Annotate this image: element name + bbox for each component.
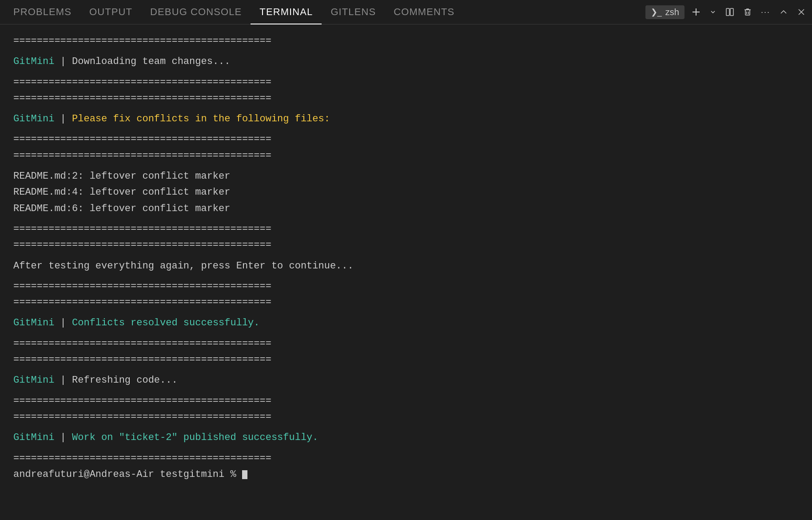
terminal-line: README.md:2: leftover conflict marker [13,168,799,184]
terminal-line: ========================================… [13,279,799,295]
terminal-line: After testing everything again, press En… [13,258,799,274]
gitmini-label: GitMini [13,113,54,124]
terminal-line: GitMini | Conflicts resolved successfull… [13,315,799,331]
trash-icon [743,8,752,16]
gitmini-label: GitMini [13,432,54,443]
terminal-line: ========================================… [13,91,799,107]
chevron-down-icon [709,8,716,16]
more-actions-button[interactable]: ··· [759,6,772,19]
svg-rect-2 [726,8,729,16]
delete-terminal-button[interactable] [741,6,754,18]
terminal-line [13,332,799,336]
terminal-line: ========================================… [13,237,799,253]
gitmini-label: GitMini [13,375,54,386]
terminal-label: ❯_ zsh [645,5,685,19]
tab-debug-console[interactable]: DEBUG CONSOLE [141,0,251,24]
terminal-line: GitMini | Refreshing code... [13,372,799,388]
terminal-line: GitMini | Please fix conflicts in the fo… [13,111,799,127]
close-panel-button[interactable] [795,6,808,18]
cursor [242,470,247,479]
separator-text: | [54,432,72,443]
tab-terminal[interactable]: TERMINAL [251,0,322,24]
prompt-line: andreafuturi@Andreas-Air testgitmini % [13,467,799,483]
warning-message: Please fix conflicts in the following fi… [72,113,330,124]
terminal-line [13,70,799,75]
maximize-panel-button[interactable] [777,6,790,18]
terminal-line: ========================================… [13,75,799,91]
tab-problems[interactable]: PROBLEMS [4,0,80,24]
terminal-dropdown-button[interactable] [708,7,718,17]
split-terminal-button[interactable] [724,6,736,18]
separator-text: | [54,317,72,328]
terminal-line: README.md:4: leftover conflict marker [13,184,799,200]
terminal-content[interactable]: ========================================… [0,24,812,520]
terminal-line [13,127,799,132]
tab-gitlens[interactable]: GITLENS [322,0,385,24]
ellipsis-icon: ··· [761,8,770,17]
terminal-line: ========================================… [13,451,799,467]
terminal-line [13,311,799,315]
terminal-line: GitMini | Work on "ticket-2" published s… [13,430,799,446]
separator-text: | [54,56,72,67]
tab-output[interactable]: OUTPUT [80,0,141,24]
terminal-line [13,107,799,111]
tab-actions: ❯_ zsh [645,5,808,19]
terminal-line [13,446,799,451]
terminal-line: ========================================… [13,295,799,311]
tab-items: PROBLEMS OUTPUT DEBUG CONSOLE TERMINAL G… [4,0,645,24]
terminal-line: ========================================… [13,336,799,352]
add-terminal-button[interactable] [690,6,702,18]
terminal-line [13,164,799,168]
terminal-line: ========================================… [13,409,799,425]
terminal-line [13,217,799,221]
terminal-line: README.md:6: leftover conflict marker [13,201,799,217]
gitmini-label: GitMini [13,56,54,67]
terminal-line [13,368,799,372]
terminal-line: ========================================… [13,221,799,237]
terminal-line: ========================================… [13,352,799,368]
separator-text: | [54,113,72,124]
chevron-up-icon [779,8,788,16]
success-message: Work on "ticket-2" published successfull… [72,432,318,443]
message-text: Refreshing code... [72,375,178,386]
terminal-line [13,425,799,430]
terminal-line [13,49,799,54]
terminal-line [13,274,799,279]
terminal-line: ========================================… [13,393,799,409]
terminal-line [13,254,799,258]
tab-bar: PROBLEMS OUTPUT DEBUG CONSOLE TERMINAL G… [0,0,812,24]
plus-icon [692,8,701,16]
terminal-container: PROBLEMS OUTPUT DEBUG CONSOLE TERMINAL G… [0,0,812,520]
svg-rect-4 [745,10,750,15]
message-text: Downloading team changes... [72,56,230,67]
close-icon [797,8,806,16]
terminal-line: ========================================… [13,148,799,164]
svg-rect-3 [730,8,733,16]
success-message: Conflicts resolved successfully. [72,317,259,328]
terminal-line [13,389,799,393]
terminal-line: ========================================… [13,132,799,148]
tab-comments[interactable]: COMMENTS [385,0,463,24]
terminal-prompt-icon: ❯_ [651,7,662,17]
gitmini-label: GitMini [13,317,54,328]
split-icon [725,8,734,16]
separator-text: | [54,375,72,386]
prompt-text: andreafuturi@Andreas-Air testgitmini % [13,467,242,483]
terminal-line: ========================================… [13,33,799,49]
terminal-line: GitMini | Downloading team changes... [13,54,799,70]
